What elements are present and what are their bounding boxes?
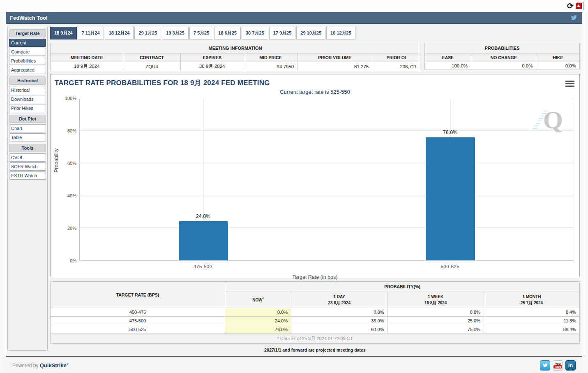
table-row-500-525: 500-525 76.0% 64.0% 75.0% 88.4% xyxy=(51,325,580,334)
probabilities-title: PROBABILITIES xyxy=(425,43,580,53)
day-cell: 0.0% xyxy=(291,308,387,317)
month-cell: 88.4% xyxy=(484,325,579,334)
sidebar-item-cvol[interactable]: CVOL xyxy=(9,153,46,162)
col-meeting-date: MEETING DATE xyxy=(51,53,123,62)
tab-meeting-10[interactable]: 10 12月25 xyxy=(326,27,355,39)
rate-header: TARGET RATE (BPS) xyxy=(51,282,225,308)
twitter-icon[interactable] xyxy=(540,360,550,371)
tab-meeting-3[interactable]: 29 1月25 xyxy=(134,27,161,39)
meeting-date-value: 18 9月 2024 xyxy=(51,62,123,71)
tab-meeting-6[interactable]: 18 6月25 xyxy=(214,27,241,39)
meeting-info-row: 18 9月 2024 ZQU4 30 9月 2024 94.7950 81,27… xyxy=(51,62,420,71)
ease-value: 100.0% xyxy=(425,62,471,70)
no-change-value: 0.0% xyxy=(471,62,536,70)
meeting-information-table: MEETING INFORMATION MEETING DATE CONTRAC… xyxy=(50,43,420,71)
youtube-icon[interactable]: You Tube xyxy=(553,360,563,371)
prior-oi-value: 206,711 xyxy=(372,62,420,71)
target-rate-chart-panel: TARGET RATE PROBABILITIES FOR 18 9月 2024… xyxy=(50,74,580,277)
now-cell: 24.0% xyxy=(225,317,291,325)
y-tick-40: 40% xyxy=(67,193,76,198)
tab-meeting-0[interactable]: 18 9月24 xyxy=(50,27,77,39)
tab-meeting-7[interactable]: 30 7月25 xyxy=(242,27,268,39)
meeting-info-title: MEETING INFORMATION xyxy=(51,43,420,53)
sidebar-item-estr-watch[interactable]: ESTR Watch xyxy=(9,171,46,180)
x-category-475-500: 475-500 xyxy=(194,264,212,269)
sidebar-item-chart[interactable]: Chart xyxy=(9,124,46,132)
sidebar-item-downloads[interactable]: Downloads xyxy=(9,95,46,103)
table-row-450-475: 450-475 0.0% 0.0% 0.0% 0.4% xyxy=(51,308,580,317)
chart-plot-area: Q 24.0% 76.0% 0% 20% 40% xyxy=(79,98,574,261)
y-tick-0: 0% xyxy=(70,258,76,263)
col-prior-oi: PRIOR OI xyxy=(372,53,420,62)
top-strip: ⟳ xyxy=(0,0,588,12)
col-no-change: NO CHANGE xyxy=(471,53,536,62)
sidebar-item-compare[interactable]: Compare xyxy=(9,48,46,56)
sidebar-header-tools: Tools xyxy=(9,144,46,152)
bar-value-label: 76.0% xyxy=(443,130,457,135)
week-cell: 75.0% xyxy=(387,325,484,334)
month-cell: 0.4% xyxy=(484,308,579,317)
chart-subtitle: Current target rate is 525-550 xyxy=(51,89,579,95)
y-tick-20: 20% xyxy=(67,226,76,231)
quikstrike-watermark-icon: Q xyxy=(531,107,563,134)
probabilities-summary-row: 100.0% 0.0% 0.0% xyxy=(425,62,580,70)
data-as-of-note: * Data as of 25 8月 2024 01:22:09 CT xyxy=(51,334,580,344)
bar-475-500: 24.0% xyxy=(179,98,228,260)
app-title: FedWatch Tool xyxy=(10,15,48,21)
x-axis-title: Target Rate (in bps) xyxy=(51,274,579,280)
col-prior-volume: PRIOR VOLUME xyxy=(297,53,372,62)
now-cell: 0.0% xyxy=(225,308,291,317)
app-header: FedWatch Tool xyxy=(6,12,582,24)
month-cell: 11.3% xyxy=(484,317,579,325)
rate-cell: 500-525 xyxy=(51,325,225,334)
y-axis-title: Probability xyxy=(53,148,59,172)
tab-meeting-8[interactable]: 17 9月25 xyxy=(269,27,296,39)
y-tick-60: 60% xyxy=(67,161,76,166)
bar-rect-475-500[interactable] xyxy=(179,221,228,260)
week-cell: 0.0% xyxy=(387,308,484,317)
tab-meeting-1[interactable]: 7 11月24 xyxy=(78,27,104,39)
col-now: NOW* xyxy=(225,292,291,308)
summary-tables-row: MEETING INFORMATION MEETING DATE CONTRAC… xyxy=(50,43,580,71)
bar-value-label: 24.0% xyxy=(196,213,210,219)
main-content: 18 9月24 7 11月24 18 12月24 29 1月25 19 3月25… xyxy=(50,27,580,353)
meeting-tabs: 18 9月24 7 11月24 18 12月24 29 1月25 19 3月25… xyxy=(50,27,580,39)
day-cell: 64.0% xyxy=(291,325,387,334)
col-expires: EXPIRES xyxy=(180,53,244,62)
pdf-export-icon[interactable] xyxy=(577,2,584,10)
powered-by: Powered by QuikStrike® xyxy=(12,362,69,368)
col-ease: EASE xyxy=(425,53,471,62)
col-1-day: 1 DAY23 8月 2024 xyxy=(291,292,387,308)
tab-meeting-2[interactable]: 18 12月24 xyxy=(105,27,134,39)
sidebar-item-prior-hikes[interactable]: Prior Hikes xyxy=(9,104,46,112)
twitter-icon[interactable] xyxy=(570,14,578,21)
hike-value: 0.0% xyxy=(536,62,580,70)
sidebar-item-sofr-watch[interactable]: SOFR Watch xyxy=(9,162,46,171)
chart-menu-icon[interactable] xyxy=(565,79,574,88)
sidebar-item-historical[interactable]: Historical xyxy=(9,86,46,94)
registered-mark: ® xyxy=(67,362,69,366)
quikstrike-link[interactable]: QuikStrike xyxy=(40,362,67,368)
sidebar-item-current[interactable]: Current xyxy=(9,39,46,47)
day-cell: 36.0% xyxy=(291,317,387,325)
probability-group-header: PROBABILITY(%) xyxy=(225,282,580,292)
expires-value: 30 9月 2024 xyxy=(180,62,244,71)
plot-grid: Q 24.0% 76.0% xyxy=(79,98,574,261)
tab-meeting-4[interactable]: 19 3月25 xyxy=(162,27,189,39)
mid-price-value: 94.7950 xyxy=(244,62,297,71)
sidebar-item-table[interactable]: Table xyxy=(9,133,46,141)
sidebar-header-target-rate: Target Rate xyxy=(9,29,46,37)
sidebar-item-aggregated[interactable]: Aggregated xyxy=(9,66,46,74)
col-contract: CONTRACT xyxy=(123,53,180,62)
sidebar-header-historical: Historical xyxy=(9,76,46,85)
col-1-week: 1 WEEK16 8月 2024 xyxy=(387,292,484,308)
fedwatch-app-panel: FedWatch Tool Target Rate Current Compar… xyxy=(6,12,582,357)
refresh-icon[interactable]: ⟳ xyxy=(566,2,574,10)
sidebar-item-probabilities[interactable]: Probabilities xyxy=(9,57,46,65)
linkedin-icon[interactable]: in xyxy=(565,360,576,371)
social-links: You Tube in xyxy=(540,360,576,371)
projected-dates-note: 2027/1/1 and forward are projected meeti… xyxy=(50,344,580,353)
tab-meeting-5[interactable]: 7 5月25 xyxy=(189,27,214,39)
tab-meeting-9[interactable]: 29 10月25 xyxy=(296,27,325,39)
bar-rect-500-525[interactable] xyxy=(426,137,475,260)
